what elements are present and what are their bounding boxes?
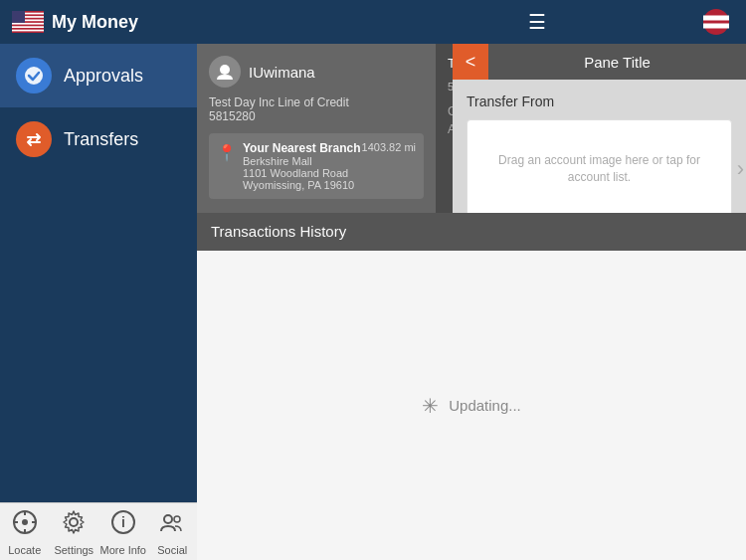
svg-text:i: i [121,514,125,530]
transactions-body: ✳ Updating... [197,251,746,560]
locate-label: Locate [8,544,41,556]
svg-point-16 [22,519,28,525]
svg-point-25 [174,516,180,522]
svg-point-26 [220,65,230,75]
flag-icon-right [698,9,734,35]
toolbar-locate[interactable]: Locate [0,509,50,556]
svg-point-21 [70,518,78,526]
svg-rect-14 [24,129,44,149]
back-button[interactable]: < [453,44,488,80]
user-name: IUwimana [249,64,315,81]
transfer-drop-area: Drag an account image here or tap for ac… [466,119,732,213]
user-avatar [209,56,241,88]
svg-point-24 [164,515,172,523]
svg-rect-4 [12,23,44,25]
toolbar-social[interactable]: Social [148,509,198,556]
drop-zone-text: Drag an account image here or tap for ac… [467,142,731,196]
svg-point-8 [703,9,729,35]
transfers-label: Transfers [64,129,138,150]
bottom-toolbar: Locate Settings i More Info [0,502,197,560]
transfers-icon [16,121,52,157]
svg-rect-10 [703,24,729,27]
center-content: Transactions History ✳ Updating... [197,213,746,560]
flag-icon-left [12,11,44,33]
more-info-label: More Info [100,544,146,556]
location-icon: 📍 [217,143,237,162]
branch-details: Your Nearest Branch Berkshire Mall 1101 … [243,141,360,191]
more-info-icon: i [110,509,136,542]
content-area: IUwimana Test Day Inc Line of Credit 581… [197,44,746,560]
branch-distance: 1403.82 mi [362,141,416,153]
svg-point-13 [25,67,43,85]
transactions-header: Transactions History [197,213,746,251]
branch-city: Wyomissing, PA 19610 [243,179,360,191]
transfer-from-label: Transfer From [466,93,732,109]
social-label: Social [157,544,187,556]
svg-rect-5 [12,26,44,28]
sidebar-item-transfers[interactable]: Transfers [0,107,197,171]
branch-name: Berkshire Mall [243,155,360,167]
svg-rect-6 [12,30,44,32]
settings-label: Settings [54,544,93,556]
social-icon [159,509,185,542]
svg-rect-7 [12,11,25,23]
app-title: My Money [52,12,375,33]
approvals-label: Approvals [64,66,143,87]
user-card: IUwimana Test Day Inc Line of Credit 581… [197,44,436,213]
main-row: Approvals Transfers Locate [0,44,746,560]
svg-rect-11 [703,16,729,19]
sidebar-item-approvals[interactable]: Approvals [0,44,197,107]
approvals-icon [16,58,52,93]
spinner-icon: ✳ [422,394,439,418]
branch-address: 1101 Woodland Road [243,167,360,179]
accounts-row: IUwimana Test Day Inc Line of Credit 581… [197,44,746,213]
svg-rect-12 [703,26,729,29]
updating-container: ✳ Updating... [422,394,521,418]
toolbar-more-info[interactable]: i More Info [98,509,148,556]
sidebar-nav: Approvals Transfers [0,44,197,502]
sidebar: Approvals Transfers Locate [0,44,197,560]
pane-title: Pane Title [488,54,746,71]
app-container: My Money ☰ Approvals [0,0,746,560]
toolbar-settings[interactable]: Settings [50,509,99,556]
transfer-section: Transfer From Drag an account image here… [453,80,746,213]
account-line-of-credit: Test Day Inc Line of Credit 5815280 [209,95,424,123]
user-header: IUwimana [209,56,424,88]
branch-label: Your Nearest Branch [243,141,360,155]
settings-icon [61,509,87,542]
right-panel: < Pane Title Transfer From Drag an accou… [453,44,746,213]
transactions-title: Transactions History [211,223,346,240]
branch-info: 📍 Your Nearest Branch Berkshire Mall 110… [209,133,424,199]
header: My Money ☰ [0,0,746,44]
right-panel-header: < Pane Title [453,44,746,80]
accounts-scroll: Test Day Inc Li... ⊞ 5815280 Current $0.… [436,44,453,213]
updating-text: Updating... [449,397,521,414]
account-card-0[interactable]: Test Day Inc Li... ⊞ 5815280 Current $0.… [436,44,453,213]
menu-icon[interactable]: ☰ [375,10,698,34]
transfer-drop-zone[interactable]: Drag an account image here or tap for ac… [466,119,732,213]
svg-rect-9 [703,18,729,21]
transfer-arrow-icon: › [737,156,744,182]
locate-icon [12,509,38,542]
